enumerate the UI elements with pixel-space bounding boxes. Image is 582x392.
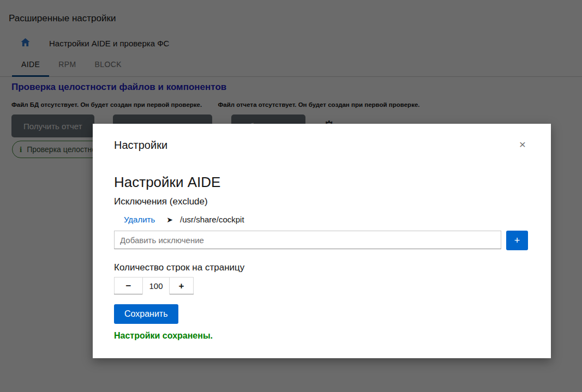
rows-per-page-label: Количество строк на страницу [114, 262, 528, 273]
arrow-right-icon: ➤ [166, 215, 173, 224]
modal-title: Настройки [114, 138, 167, 152]
aide-settings-heading: Настройки AIDE [114, 174, 528, 191]
stepper-minus-button[interactable]: − [114, 277, 142, 294]
rows-per-page-stepper: − + [114, 277, 194, 294]
settings-modal: Настройки × Настройки AIDE Исключения (e… [93, 124, 551, 358]
add-exclude-input[interactable] [114, 231, 501, 249]
exclude-list-label: Исключения (exclude) [114, 196, 528, 207]
stepper-plus-button[interactable]: + [170, 277, 194, 294]
exclude-list-item: Удалить ➤ /usr/share/cockpit [124, 215, 528, 224]
exclude-path-text: /usr/share/cockpit [180, 215, 244, 224]
settings-saved-status: Настройки сохранены. [114, 331, 528, 341]
close-icon[interactable]: × [517, 138, 528, 151]
modal-header: Настройки × [114, 138, 528, 152]
add-exclude-button[interactable]: + [506, 231, 528, 250]
rows-per-page-value[interactable] [142, 277, 170, 294]
save-button[interactable]: Сохранить [114, 304, 178, 324]
add-exclude-row: + [114, 231, 528, 250]
remove-exclude-link[interactable]: Удалить [124, 215, 155, 224]
